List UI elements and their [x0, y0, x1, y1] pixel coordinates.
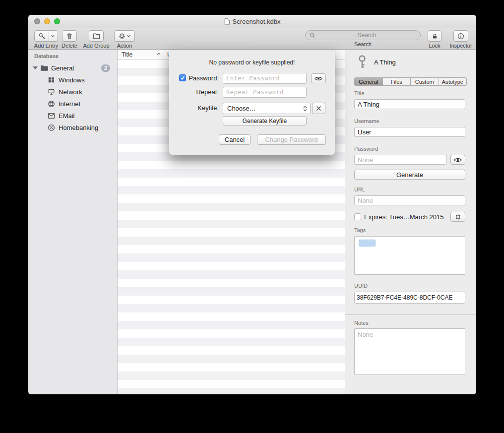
gear-icon: [119, 33, 126, 40]
action-button[interactable]: [114, 30, 135, 42]
sidebar-item-email[interactable]: EMail: [28, 110, 117, 122]
delete-label: Delete: [62, 43, 77, 49]
change-password-label: Change Password: [265, 136, 317, 143]
notes-field[interactable]: [354, 328, 465, 375]
sidebar-item-label: Homebanking: [59, 124, 98, 131]
keyfile-label: Keyfile:: [181, 104, 219, 112]
change-password-button[interactable]: Change Password: [257, 134, 326, 145]
chevron-down-icon[interactable]: [49, 35, 57, 37]
separator: [345, 314, 476, 315]
sidebar-item-label: EMail: [59, 112, 75, 120]
sidebar-item-label: Windows: [59, 76, 85, 84]
add-group-label: Add Group: [83, 43, 109, 49]
tag-chip[interactable]: [359, 240, 376, 247]
inspector-group: Inspector: [446, 30, 475, 49]
eye-icon: [454, 157, 462, 163]
document-icon: [224, 18, 230, 25]
info-icon-button[interactable]: [453, 30, 468, 42]
column-header-title[interactable]: Title: [122, 51, 132, 58]
uuid-label: UUID: [354, 283, 368, 289]
titlebar[interactable]: Screenshot.kdbx: [28, 15, 476, 28]
key-icon: [36, 33, 49, 40]
generate-keyfile-button[interactable]: Generate Keyfile: [223, 116, 307, 125]
padlock-icon: [432, 33, 438, 40]
sidebar-item-label: Internet: [59, 100, 80, 108]
expires-checkbox[interactable]: [354, 213, 361, 220]
generate-label: Generate: [396, 171, 423, 179]
uuid-field[interactable]: [354, 292, 465, 304]
envelope-icon: [48, 113, 55, 119]
x-icon: [316, 106, 321, 111]
password-label: Password:: [181, 74, 219, 82]
sidebar: Database General 2 Windows Network: [28, 50, 118, 394]
inspector-tabs: General Files Custom Autotype: [354, 77, 467, 86]
repeat-password-input[interactable]: [223, 87, 307, 98]
tab-label: Custom: [415, 79, 434, 85]
sidebar-item-windows[interactable]: Windows: [28, 74, 117, 86]
clear-keyfile-button[interactable]: [312, 103, 325, 114]
keyfile-dropdown[interactable]: Choose…: [223, 103, 311, 114]
sort-ascending-icon: [157, 53, 161, 55]
expires-settings-button[interactable]: [450, 212, 465, 222]
lock-button[interactable]: [428, 30, 441, 42]
change-password-sheet: No password or keyfile supplied! Passwor…: [169, 50, 335, 155]
window-title: Screenshot.kdbx: [233, 18, 281, 25]
lock-group: Lock: [426, 30, 443, 49]
add-group-button[interactable]: [89, 30, 104, 42]
cancel-button[interactable]: Cancel: [219, 134, 251, 145]
folder-icon: [40, 64, 49, 71]
globe-icon: [48, 100, 55, 108]
notes-label: Notes: [354, 320, 369, 326]
keyfile-selected-value: Choose…: [227, 105, 303, 112]
add-entry-button[interactable]: [34, 30, 58, 42]
tags-box[interactable]: [354, 236, 465, 275]
inspector-entry-title: A Thing: [374, 59, 396, 66]
delete-group: Delete: [60, 30, 79, 49]
tab-autotype[interactable]: Autotype: [439, 78, 467, 85]
search-caption: Search: [354, 41, 372, 47]
reveal-password-button[interactable]: [450, 155, 465, 165]
username-label: Username: [354, 118, 379, 124]
tab-general[interactable]: General: [355, 78, 382, 85]
percent-coin-icon: [48, 124, 55, 131]
disclosure-triangle-icon[interactable]: [33, 66, 38, 69]
content: Database General 2 Windows Network: [28, 50, 476, 394]
search-input[interactable]: [317, 31, 416, 39]
add-entry-label: Add Entry: [34, 43, 58, 49]
url-label: URL: [354, 186, 365, 192]
url-field[interactable]: [354, 195, 465, 205]
group-label: General: [51, 64, 74, 72]
column-divider[interactable]: [164, 50, 164, 59]
tags-label: Tags: [354, 227, 366, 233]
sidebar-item-internet[interactable]: Internet: [28, 98, 117, 110]
add-group-group: Add Group: [81, 30, 111, 49]
tab-custom[interactable]: Custom: [410, 78, 439, 85]
app-window: Screenshot.kdbx Add Entry Delete: [28, 15, 476, 394]
lock-label: Lock: [429, 43, 440, 49]
repeat-label: Repeat:: [181, 88, 219, 96]
reveal-password-button[interactable]: [311, 73, 326, 83]
search-group: Search: [305, 30, 421, 47]
generate-password-button[interactable]: Generate: [354, 170, 465, 180]
expires-label: Expires: Tues…March 2015: [364, 213, 443, 221]
cancel-label: Cancel: [225, 136, 245, 143]
password-field[interactable]: [354, 155, 446, 165]
search-field[interactable]: [305, 30, 421, 40]
action-group: Action: [113, 30, 136, 49]
sidebar-item-homebanking[interactable]: Homebanking: [28, 122, 117, 133]
stepper-icon: [303, 106, 307, 112]
tab-files[interactable]: Files: [382, 78, 411, 85]
eye-icon: [315, 76, 322, 81]
title-field[interactable]: [354, 99, 465, 109]
sidebar-item-network[interactable]: Network: [28, 86, 117, 98]
chevron-down-icon: [127, 35, 130, 37]
password-input[interactable]: [223, 73, 307, 84]
delete-button[interactable]: [62, 30, 77, 42]
sidebar-group-general[interactable]: General 2: [28, 62, 117, 74]
title-label: Title: [354, 90, 364, 96]
inspector-label: Inspector: [449, 43, 472, 49]
password-label: Password: [354, 146, 378, 152]
username-field[interactable]: [354, 127, 465, 137]
action-label: Action: [117, 43, 132, 49]
sidebar-section-header: Database: [28, 50, 117, 62]
